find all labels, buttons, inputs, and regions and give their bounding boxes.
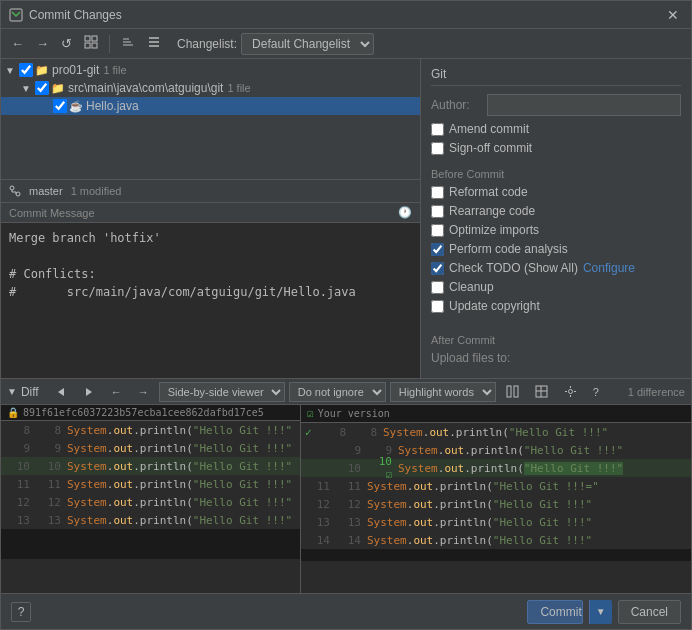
signoff-checkbox[interactable] — [431, 142, 444, 155]
diff-next-button[interactable] — [77, 384, 101, 400]
lock-icon: 🔒 — [7, 407, 19, 418]
diff-right-panel: ☑ Your version ✓ 8 8 System.out.println(… — [301, 405, 691, 593]
diff-back-button[interactable]: ← — [105, 384, 128, 400]
perform-analysis-checkbox[interactable] — [431, 243, 444, 256]
diff-columns-button[interactable] — [500, 383, 525, 400]
tree-item-src[interactable]: ▼ 📁 src\main\java\com\atguigu\git 1 file — [1, 79, 420, 97]
menu-button[interactable] — [143, 33, 165, 54]
ignore-select[interactable]: Do not ignore — [289, 382, 386, 402]
amend-checkbox[interactable] — [431, 123, 444, 136]
diff-header: ▼ Diff ← → Side-by-side viewer Do not ig… — [1, 379, 691, 405]
tree-label-root: pro01-git — [52, 63, 99, 77]
svg-rect-16 — [507, 386, 511, 397]
diff-hash-bar: 🔒 891f61efc6037223b57ecba1cee862dafbd17c… — [1, 405, 300, 421]
svg-point-12 — [16, 192, 20, 196]
forward-button[interactable]: → — [32, 34, 53, 53]
sort-button[interactable] — [117, 33, 139, 54]
diff-left-panel: 🔒 891f61efc6037223b57ecba1cee862dafbd17c… — [1, 405, 301, 593]
after-commit-header: After Commit — [431, 334, 681, 346]
footer-buttons: Commit ▼ Cancel — [527, 600, 681, 624]
svg-rect-1 — [85, 36, 90, 41]
main-toolbar: ← → ↺ Changelist: — [1, 29, 691, 59]
diff-left-content[interactable]: 8 8 System.out.println("Hello Git !!!" 9… — [1, 421, 300, 593]
upload-label: Upload files to: — [431, 351, 510, 365]
tree-item-root[interactable]: ▼ 📁 pro01-git 1 file — [1, 61, 420, 79]
optimize-row: Optimize imports — [431, 223, 681, 237]
diff-section: ▼ Diff ← → Side-by-side viewer Do not ig… — [1, 378, 691, 593]
svg-rect-3 — [85, 43, 90, 48]
svg-point-11 — [10, 186, 14, 190]
close-button[interactable]: ✕ — [663, 7, 683, 23]
rearrange-row: Rearrange code — [431, 204, 681, 218]
file-tree: ▼ 📁 pro01-git 1 file ▼ 📁 src\main\java\c… — [1, 59, 420, 179]
diff-prev-button[interactable] — [49, 384, 73, 400]
diff-left-line-8: 8 8 System.out.println("Hello Git !!!" — [1, 421, 300, 439]
update-copyright-checkbox[interactable] — [431, 300, 444, 313]
diff-forward-button[interactable]: → — [132, 384, 155, 400]
after-commit-section: After Commit Upload files to: — [431, 326, 681, 365]
commit-button[interactable]: Commit — [527, 600, 582, 624]
refresh-button[interactable]: ↺ — [57, 34, 76, 53]
viewer-select[interactable]: Side-by-side viewer — [159, 382, 285, 402]
diff-right-line-9: 9 9 System.out.println("Hello Git !!!" — [301, 441, 691, 459]
toolbar-separator — [109, 35, 110, 53]
upload-row: Upload files to: — [431, 351, 681, 365]
git-tab: Git — [431, 67, 681, 86]
commit-changes-dialog: Commit Changes ✕ ← → ↺ — [0, 0, 692, 630]
dialog-title: Commit Changes — [29, 8, 122, 22]
help-button[interactable]: ? — [11, 602, 31, 622]
diff-right-content[interactable]: ✓ 8 8 System.out.println("Hello Git !!!"… — [301, 423, 691, 593]
configure-link[interactable]: Configure — [583, 261, 635, 275]
diff-title: Diff — [21, 385, 39, 399]
clock-icon[interactable]: 🕐 — [398, 206, 412, 219]
signoff-label: Sign-off commit — [449, 141, 532, 155]
author-input[interactable] — [487, 94, 681, 116]
diff-accepted-icon: ✓ — [305, 426, 319, 439]
check-todo-checkbox[interactable] — [431, 262, 444, 275]
diff-right-line-10: 10 10 ☑ System.out.println("Hello Git !!… — [301, 459, 691, 477]
diff-sync-button[interactable] — [529, 383, 554, 400]
optimize-checkbox[interactable] — [431, 224, 444, 237]
perform-analysis-label: Perform code analysis — [449, 242, 568, 256]
menu-icon — [147, 35, 161, 49]
tree-count-root: 1 file — [103, 64, 126, 76]
diff-collapse-toggle[interactable]: ▼ — [7, 386, 17, 397]
diff-help-button[interactable]: ? — [587, 384, 605, 400]
commit-dropdown-button[interactable]: ▼ — [589, 600, 612, 624]
commit-message-label: Commit Message — [9, 207, 95, 219]
tree-checkbox-root[interactable] — [19, 63, 33, 77]
highlight-select[interactable]: Highlight words — [390, 382, 496, 402]
reformat-label: Reformat code — [449, 185, 528, 199]
author-row: Author: — [431, 94, 681, 116]
group-button[interactable] — [80, 33, 102, 54]
back-button[interactable]: ← — [7, 34, 28, 53]
cancel-button[interactable]: Cancel — [618, 600, 681, 624]
cleanup-label: Cleanup — [449, 280, 494, 294]
commit-message-input[interactable]: Merge branch 'hotfix' # Conflicts: # src… — [1, 223, 420, 378]
diff-difference-count: 1 difference — [628, 386, 685, 398]
diff-hash: 891f61efc6037223b57ecba1cee862dafbd17ce5 — [23, 407, 264, 418]
commit-message-area: Commit Message 🕐 Merge branch 'hotfix' #… — [1, 203, 420, 378]
cleanup-checkbox[interactable] — [431, 281, 444, 294]
tree-checkbox-src[interactable] — [35, 81, 49, 95]
branch-icon — [9, 185, 21, 197]
before-commit-header: Before Commit — [431, 168, 681, 180]
tree-item-file[interactable]: ▶ ☕ Hello.java — [1, 97, 420, 115]
tree-checkbox-file[interactable] — [53, 99, 67, 113]
diff-settings-button[interactable] — [558, 383, 583, 400]
title-bar-left: Commit Changes — [9, 8, 122, 22]
reformat-checkbox[interactable] — [431, 186, 444, 199]
title-bar: Commit Changes ✕ — [1, 1, 691, 29]
branch-modified: 1 modified — [71, 185, 122, 197]
your-version-check: ☑ — [307, 407, 314, 420]
commit-button-group: Commit ▼ — [527, 600, 611, 624]
diff-right-line-13: 13 13 System.out.println("Hello Git !!!" — [301, 513, 691, 531]
changelist-select[interactable]: Default Changelist — [241, 33, 374, 55]
tree-toggle-src: ▼ — [21, 83, 35, 94]
tree-label-file: Hello.java — [86, 99, 139, 113]
diff-left-line-9: 9 9 System.out.println("Hello Git !!!" — [1, 439, 300, 457]
rearrange-label: Rearrange code — [449, 204, 535, 218]
rearrange-checkbox[interactable] — [431, 205, 444, 218]
diff-your-version-bar: ☑ Your version — [301, 405, 691, 423]
diff-left-line-10: 10 10 System.out.println("Hello Git !!!" — [1, 457, 300, 475]
